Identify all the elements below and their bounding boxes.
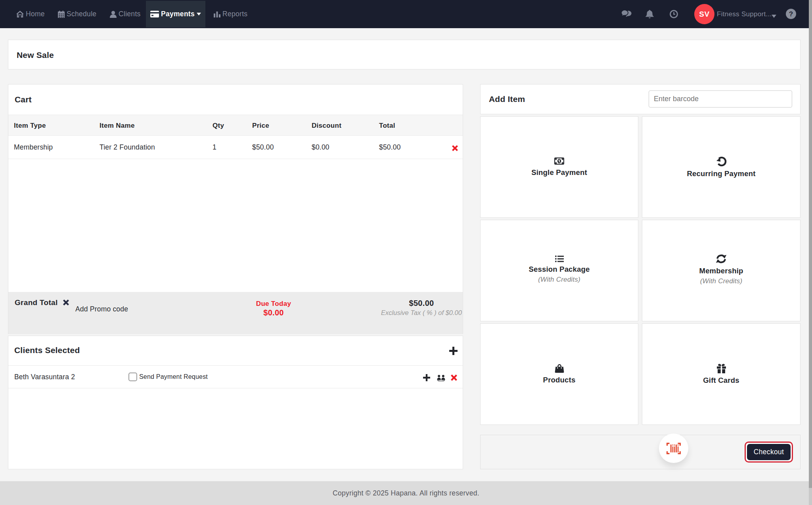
svg-text:?: ?: [789, 10, 793, 18]
